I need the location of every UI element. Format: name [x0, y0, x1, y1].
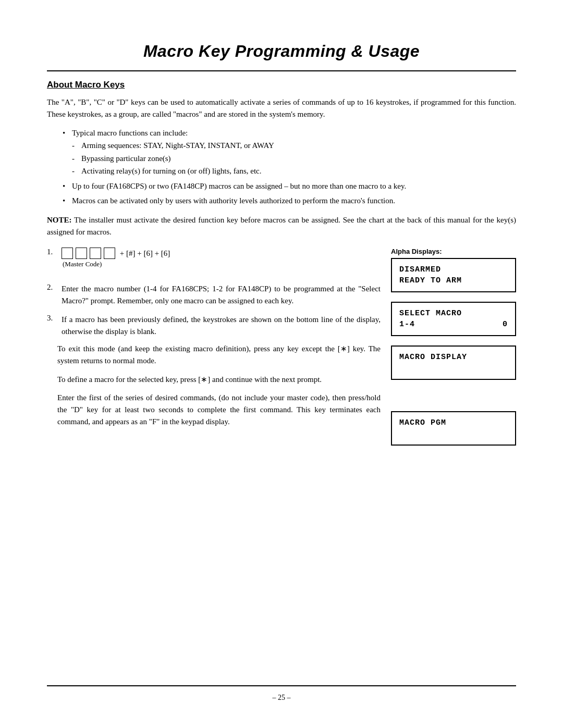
key-box-1	[62, 248, 73, 259]
intro-paragraph: The "A", "B", "C" or "D" keys can be use…	[47, 96, 516, 121]
step-3: 3. If a macro has been previously define…	[47, 314, 381, 338]
page-title: Macro Key Programming & Usage	[47, 42, 516, 61]
display-1-line-1: DISARMED	[399, 264, 508, 275]
display-2-line-2: 1-4 0	[399, 319, 508, 330]
para-3: Enter the first of the series of desired…	[57, 392, 381, 428]
step-3-content: If a macro has been previously defined, …	[62, 314, 381, 338]
page: Macro Key Programming & Usage About Macr…	[0, 0, 563, 728]
sub-item-1-2: Bypassing particular zone(s)	[72, 153, 516, 165]
key-sequence-label: + [#] + [6] + [6]	[118, 249, 170, 258]
step-2-number: 2.	[47, 283, 62, 292]
display-box-4: MACRO PGM	[391, 411, 516, 446]
display-box-1: DISARMED READY TO ARM	[391, 258, 516, 292]
bottom-rule	[47, 685, 516, 686]
para-1: To exit this mode (and keep the existing…	[57, 343, 381, 367]
key-box-4	[104, 248, 115, 259]
para-2: To define a macro for the selected key, …	[57, 374, 381, 386]
bullet-list: Typical macro functions can include: Arm…	[63, 127, 516, 207]
display-3-line-2	[399, 363, 508, 374]
bullet-item-3: Macros can be activated only by users wi…	[63, 195, 516, 207]
sub-item-1-1: Arming sequences: STAY, Night-STAY, INST…	[72, 140, 516, 152]
right-column: Alpha Displays: DISARMED READY TO ARM SE…	[391, 248, 516, 455]
page-number: – 25 –	[0, 694, 563, 702]
top-rule	[47, 70, 516, 71]
left-column: 1. + [#] + [6] + [6] (Master Code) 2. En…	[47, 248, 391, 455]
step-1: 1. + [#] + [6] + [6] (Master Code)	[47, 248, 381, 268]
key-box-3	[90, 248, 101, 259]
alpha-display-label: Alpha Displays:	[391, 248, 516, 255]
step-3-number: 3.	[47, 314, 62, 323]
display-3-line-1: MACRO DISPLAY	[399, 352, 508, 363]
section-heading: About Macro Keys	[47, 80, 516, 90]
display-box-3: MACRO DISPLAY	[391, 346, 516, 380]
display-2-line-1: SELECT MACRO	[399, 308, 508, 319]
step-2: 2. Enter the macro number (1-4 for FA168…	[47, 283, 381, 307]
display-4-line-1: MACRO PGM	[399, 417, 508, 428]
main-content: 1. + [#] + [6] + [6] (Master Code) 2. En…	[47, 248, 516, 455]
step-2-content: Enter the macro number (1-4 for FA168CPS…	[62, 283, 381, 307]
note-paragraph: NOTE: The installer must activate the de…	[47, 214, 516, 239]
master-code-label: (Master Code)	[63, 260, 170, 268]
display-1-line-2: READY TO ARM	[399, 275, 508, 286]
sub-list-1: Arming sequences: STAY, Night-STAY, INST…	[72, 140, 516, 177]
key-sequence: + [#] + [6] + [6]	[62, 248, 170, 259]
sub-item-1-3: Activating relay(s) for turning on (or o…	[72, 165, 516, 177]
key-box-2	[76, 248, 87, 259]
step-1-content: + [#] + [6] + [6] (Master Code)	[62, 248, 170, 268]
display-box-2: SELECT MACRO 1-4 0	[391, 302, 516, 336]
display-4-line-2	[399, 428, 508, 439]
step-1-number: 1.	[47, 248, 62, 256]
bullet-item-1: Typical macro functions can include: Arm…	[63, 127, 516, 177]
bullet-item-2: Up to four (FA168CPS) or two (FA148CP) m…	[63, 180, 516, 192]
